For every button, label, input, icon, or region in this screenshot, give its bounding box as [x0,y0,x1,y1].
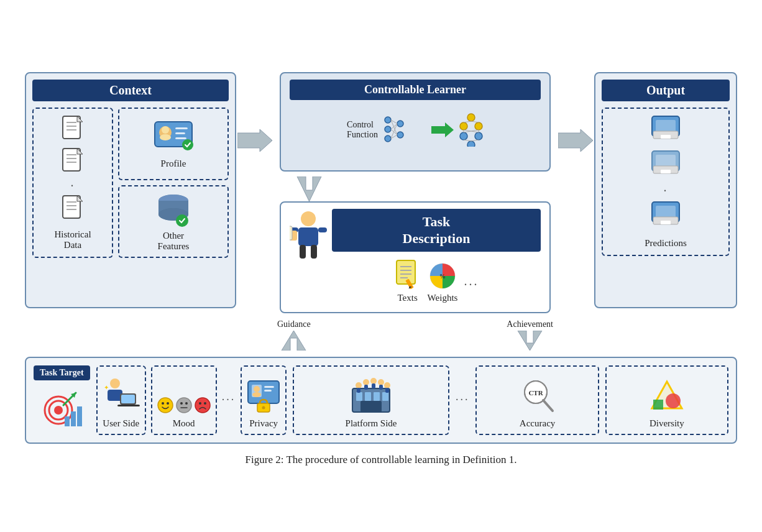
svg-line-39 [391,124,397,139]
profile-section: Profile [118,108,229,180]
svg-point-107 [162,402,164,405]
svg-point-100 [110,378,120,388]
output-title: Output [602,80,730,101]
svg-rect-128 [382,392,388,401]
task-dots: ··· [464,278,479,303]
svg-point-146 [666,393,681,408]
middle-column: Controllable Learner ControlFunction [273,72,557,313]
svg-point-46 [475,132,482,140]
context-box: Context · HistoricalData [25,72,236,308]
platform-side-label: Platform Side [346,418,397,429]
svg-marker-91 [518,331,542,351]
output-dots: · [664,185,668,197]
svg-text:✦: ✦ [104,384,109,391]
task-desc-person [290,209,327,265]
privacy-item: Privacy [241,365,287,435]
output-inner: · Predictions [602,108,730,256]
svg-rect-120 [264,386,274,388]
bottom-dots-1: ··· [222,393,236,406]
task-desc-inner: TaskDescription [290,209,541,306]
svg-point-18 [160,134,171,140]
svg-line-55 [471,140,479,141]
texts-label: Texts [397,293,417,303]
svg-point-114 [199,402,201,405]
arrows-middle: Guidance Achievement [271,319,559,351]
svg-point-123 [262,406,265,409]
mood-item: Mood [151,365,217,435]
user-side-label: User Side [103,418,139,429]
instructor-icon [290,209,327,265]
svg-point-134 [384,382,390,388]
user-side-item: ✦ User Side [96,365,146,435]
svg-rect-85 [661,170,671,173]
printer-icon-1 [647,115,684,146]
output-nodes-icon [459,112,484,147]
svg-point-132 [370,378,377,384]
mood-faces [157,397,211,413]
svg-point-57 [301,211,316,226]
achievement-label: Achievement [507,319,553,329]
task-description-box: TaskDescription [280,201,551,313]
svg-rect-64 [290,226,292,240]
svg-marker-77 [558,129,593,152]
profile-icon [152,119,195,156]
svg-rect-147 [653,400,663,410]
svg-rect-62 [311,245,317,259]
privacy-icon [247,376,280,413]
svg-rect-19 [175,127,188,129]
other-features-label: OtherFeatures [158,231,190,252]
guidance-achievement-row: Guidance Achievement [25,313,737,357]
svg-point-22 [182,139,193,150]
svg-marker-29 [237,129,272,152]
svg-point-108 [167,402,169,405]
target-icon [40,387,83,430]
bottom-dots-2: ··· [456,393,470,406]
diversity-icon [650,378,684,413]
svg-text:CTR: CTR [528,389,543,397]
task-description-title: TaskDescription [332,209,541,252]
mood-happy-icon [157,397,173,413]
texts-icon [394,259,421,290]
mood-label: Mood [173,418,195,429]
svg-point-47 [467,141,475,147]
svg-line-54 [464,140,471,141]
svg-rect-87 [656,206,676,218]
svg-point-106 [158,398,173,413]
svg-rect-61 [300,245,306,259]
svg-marker-90 [282,331,306,351]
platform-side-icon [351,376,391,413]
accuracy-icon: CTR [520,378,555,413]
svg-point-28 [176,214,188,227]
svg-rect-97 [65,416,70,426]
diagram-area: Context · HistoricalData [25,72,737,444]
bottom-items: ✦ User Side [96,365,287,435]
weights-icon: % [428,262,457,290]
texts-item: Texts [394,259,421,303]
platform-side-item: Platform Side [293,365,449,435]
svg-rect-125 [356,392,362,401]
svg-rect-20 [175,132,185,134]
output-box: Output · [594,72,737,308]
guidance-arrow [278,331,310,351]
svg-marker-56 [297,177,321,201]
diversity-item: Diversity [605,365,728,435]
svg-rect-126 [365,392,371,401]
svg-point-118 [254,386,260,392]
svg-rect-89 [661,221,671,224]
page-container: Context · HistoricalData [0,53,762,479]
svg-line-49 [471,121,479,122]
controllable-learner-box: Controllable Learner ControlFunction [280,72,551,172]
svg-rect-136 [364,385,368,390]
svg-rect-79 [656,120,676,132]
historical-dots: · [71,180,75,192]
svg-rect-104 [117,405,140,406]
guidance-label: Guidance [277,319,311,329]
svg-point-30 [385,117,391,123]
historical-data-section: · HistoricalData [32,108,113,258]
svg-rect-138 [379,385,383,390]
task-target-title: Task Target [34,365,90,380]
weights-item: % Weights [428,262,458,303]
achievement-section: Achievement [507,319,553,351]
task-desc-right: TaskDescription [332,209,541,306]
printer-icon-3 [647,201,684,232]
